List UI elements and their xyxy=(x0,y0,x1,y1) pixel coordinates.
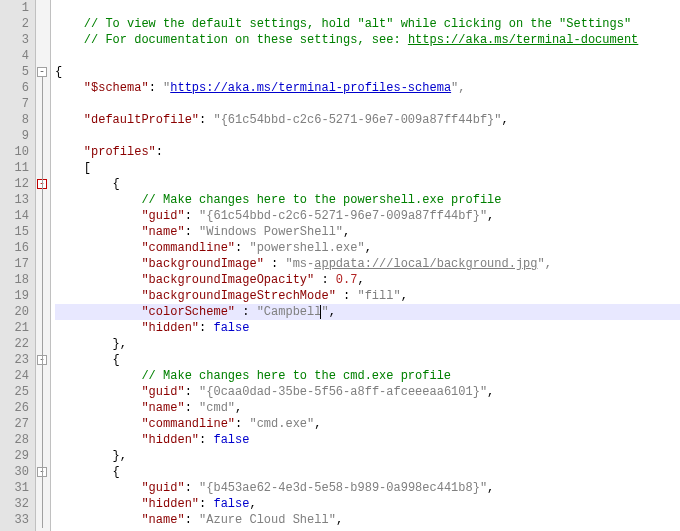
code-line[interactable]: }, xyxy=(55,336,680,352)
code-line[interactable] xyxy=(55,128,680,144)
code-line[interactable]: "$schema": "https://aka.ms/terminal-prof… xyxy=(55,80,680,96)
comment: // To view the default settings, hold "a… xyxy=(84,17,639,31)
json-string: "Azure Cloud Shell" xyxy=(199,513,336,527)
code-line[interactable] xyxy=(55,48,680,64)
brace: }, xyxy=(113,337,127,351)
line-number: 9 xyxy=(0,128,29,144)
code-line[interactable]: "name": "cmd", xyxy=(55,400,680,416)
line-number: 29 xyxy=(0,448,29,464)
json-string: "{0caa0dad-35be-5f56-a8ff-afceeeaa6101}" xyxy=(199,385,487,399)
code-area[interactable]: // To view the default settings, hold "a… xyxy=(51,0,680,531)
json-key: "colorScheme" xyxy=(141,305,235,319)
json-key: "hidden" xyxy=(141,433,199,447)
comment: // Make changes here to the powershell.e… xyxy=(141,193,501,207)
line-number: 26 xyxy=(0,400,29,416)
code-line[interactable] xyxy=(55,0,680,16)
json-key: "commandline" xyxy=(141,241,235,255)
brace: { xyxy=(55,65,62,79)
line-number: 1 xyxy=(0,0,29,16)
code-line[interactable] xyxy=(55,96,680,112)
code-line[interactable]: "backgroundImage" : "ms-appdata:///local… xyxy=(55,256,680,272)
json-key: "hidden" xyxy=(141,497,199,511)
code-editor[interactable]: 1234567891011121314151617181920212223242… xyxy=(0,0,680,531)
code-line[interactable]: "colorScheme" : "Campbell", xyxy=(55,304,680,320)
code-line[interactable]: { xyxy=(55,464,680,480)
hyperlink: appdata:///local/background.jpg xyxy=(314,257,537,271)
line-number: 5 xyxy=(0,64,29,80)
line-number: 11 xyxy=(0,160,29,176)
line-number: 14 xyxy=(0,208,29,224)
line-number: 12 xyxy=(0,176,29,192)
json-string: "{b453ae62-4e3d-5e58-b989-0a998ec441b8}" xyxy=(199,481,487,495)
code-line[interactable]: "hidden": false, xyxy=(55,496,680,512)
line-number: 16 xyxy=(0,240,29,256)
code-line[interactable]: // Make changes here to the powershell.e… xyxy=(55,192,680,208)
code-line[interactable]: "hidden": false xyxy=(55,320,680,336)
json-string: "{61c54bbd-c2c6-5271-96e7-009a87ff44bf}" xyxy=(199,209,487,223)
code-line[interactable]: "profiles": xyxy=(55,144,680,160)
json-key: "hidden" xyxy=(141,321,199,335)
line-number: 15 xyxy=(0,224,29,240)
line-number: 2 xyxy=(0,16,29,32)
code-line[interactable]: "name": "Windows PowerShell", xyxy=(55,224,680,240)
code-line[interactable]: "name": "Azure Cloud Shell", xyxy=(55,512,680,528)
json-key: "$schema" xyxy=(84,81,149,95)
line-number: 8 xyxy=(0,112,29,128)
code-line[interactable]: // Make changes here to the cmd.exe prof… xyxy=(55,368,680,384)
json-key: "name" xyxy=(141,225,184,239)
brace: [ xyxy=(84,161,91,175)
line-number: 25 xyxy=(0,384,29,400)
fold-gutter[interactable]: ---- xyxy=(36,0,51,531)
hyperlink: https://aka.ms/terminal-profiles-schema xyxy=(170,81,451,95)
code-line[interactable]: }, xyxy=(55,448,680,464)
code-line[interactable]: "guid": "{61c54bbd-c2c6-5271-96e7-009a87… xyxy=(55,208,680,224)
code-line[interactable]: "hidden": false xyxy=(55,432,680,448)
json-string: "powershell.exe" xyxy=(249,241,364,255)
code-line[interactable]: // For documentation on these settings, … xyxy=(55,32,680,48)
json-key: "backgroundImage" xyxy=(141,257,263,271)
line-number: 22 xyxy=(0,336,29,352)
json-key: "guid" xyxy=(141,481,184,495)
json-string: "Campbell xyxy=(257,305,322,319)
json-key: "commandline" xyxy=(141,417,235,431)
line-number: 33 xyxy=(0,512,29,528)
line-number: 21 xyxy=(0,320,29,336)
json-key: "backgroundImageOpacity" xyxy=(141,273,314,287)
json-string: "{61c54bbd-c2c6-5271-96e7-009a87ff44bf}" xyxy=(213,113,501,127)
code-line[interactable]: // To view the default settings, hold "a… xyxy=(55,16,680,32)
code-line[interactable]: "commandline": "powershell.exe", xyxy=(55,240,680,256)
line-number: 31 xyxy=(0,480,29,496)
line-number: 3 xyxy=(0,32,29,48)
code-line[interactable]: { xyxy=(55,64,680,80)
line-number: 27 xyxy=(0,416,29,432)
line-number: 32 xyxy=(0,496,29,512)
line-number: 7 xyxy=(0,96,29,112)
line-number: 20 xyxy=(0,304,29,320)
brace: { xyxy=(113,465,120,479)
brace: { xyxy=(113,353,120,367)
json-key: "name" xyxy=(141,513,184,527)
code-line[interactable]: "backgroundImageOpacity" : 0.7, xyxy=(55,272,680,288)
json-string: "cmd" xyxy=(199,401,235,415)
json-keyword: false xyxy=(213,321,249,335)
code-line[interactable]: { xyxy=(55,352,680,368)
json-string: "cmd.exe" xyxy=(249,417,314,431)
line-number: 28 xyxy=(0,432,29,448)
line-number: 4 xyxy=(0,48,29,64)
line-number-gutter: 1234567891011121314151617181920212223242… xyxy=(0,0,36,531)
line-number: 6 xyxy=(0,80,29,96)
json-key: "guid" xyxy=(141,385,184,399)
json-key: "backgroundImageStrechMode" xyxy=(141,289,335,303)
code-line[interactable]: "backgroundImageStrechMode" : "fill", xyxy=(55,288,680,304)
line-number: 24 xyxy=(0,368,29,384)
json-key: "profiles" xyxy=(84,145,156,159)
code-line[interactable]: [ xyxy=(55,160,680,176)
code-line[interactable]: "guid": "{0caa0dad-35be-5f56-a8ff-afceee… xyxy=(55,384,680,400)
code-line[interactable]: { xyxy=(55,176,680,192)
json-key: "name" xyxy=(141,401,184,415)
code-line[interactable]: "defaultProfile": "{61c54bbd-c2c6-5271-9… xyxy=(55,112,680,128)
code-line[interactable]: "commandline": "cmd.exe", xyxy=(55,416,680,432)
code-line[interactable]: "guid": "{b453ae62-4e3d-5e58-b989-0a998e… xyxy=(55,480,680,496)
line-number: 18 xyxy=(0,272,29,288)
fold-toggle-icon[interactable]: - xyxy=(37,67,47,77)
